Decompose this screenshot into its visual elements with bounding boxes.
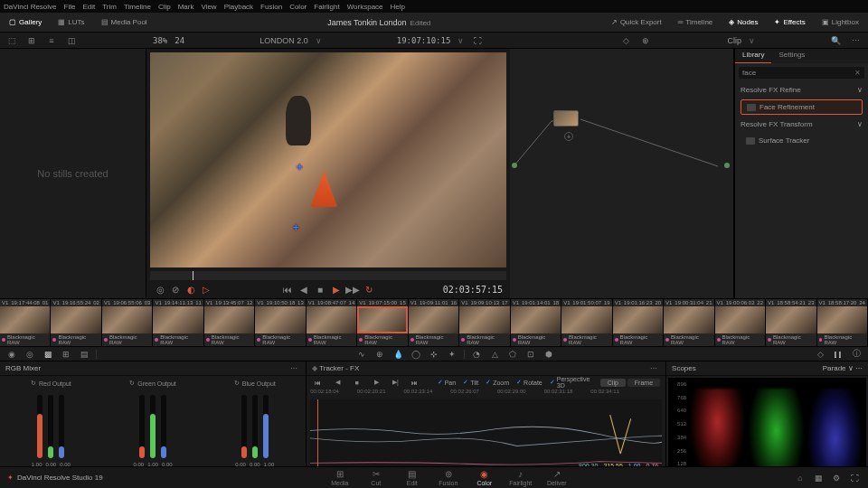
keyframe-icon[interactable]: ◇ [814, 348, 826, 361]
split-icon[interactable]: ▷ [200, 283, 212, 296]
clip-thumbnail[interactable]: V119:09:10:1317Blackmagic RAW [459, 299, 510, 346]
search-icon[interactable]: 🔍 [830, 34, 843, 47]
page-fusion[interactable]: ⊚Fusion [431, 468, 466, 488]
qual-icon[interactable]: 💧 [392, 348, 404, 361]
effects-search-input[interactable]: face✕ [739, 67, 864, 79]
cursor-icon[interactable]: ⬚ [5, 34, 18, 47]
home-icon[interactable]: ⌂ [794, 472, 807, 484]
loop-icon[interactable]: ↻ [363, 283, 375, 296]
mixer-slider[interactable] [161, 395, 166, 458]
menu-fusion[interactable]: Fusion [260, 3, 282, 11]
blur-icon[interactable]: ◔ [470, 348, 483, 361]
transport-timecode[interactable]: 02:03:57:15 [443, 285, 503, 295]
project-icon[interactable]: ▦ [812, 472, 825, 484]
panel-menu-icon[interactable]: ⋯ [288, 362, 300, 375]
clip-thumbnail[interactable]: V118:58:17:2024Blackmagic RAW [817, 299, 868, 346]
mediapool-button[interactable]: ▤Media Pool [96, 16, 153, 28]
clip-thumbnail[interactable]: V119:01:50:0719Blackmagic RAW [561, 299, 612, 346]
tracker-opt-pan[interactable]: ✓ Pan [438, 376, 456, 389]
menu-view[interactable]: View [201, 3, 216, 11]
menu-clip[interactable]: Clip [158, 3, 171, 11]
menu-davinci-resolve[interactable]: DaVinci Resolve [4, 3, 57, 11]
tracker-opt-perspective 3d[interactable]: ✓ Perspective 3D [550, 376, 593, 389]
frame-mode-button[interactable]: Frame [627, 379, 660, 387]
menu-file[interactable]: File [64, 3, 76, 11]
info-icon[interactable]: ⓘ [850, 348, 863, 361]
clip-thumbnail[interactable]: V119:16:55:2402Blackmagic RAW [51, 299, 101, 346]
mixer-slider[interactable] [37, 395, 42, 458]
page-media[interactable]: ⊞Media [323, 468, 357, 488]
effects-button[interactable]: ✦Effects [769, 16, 810, 28]
mixer-slider[interactable] [150, 395, 156, 458]
mixer-slider[interactable] [263, 395, 269, 458]
lightbox-button[interactable]: ▣Lightbox [816, 16, 864, 28]
fullscreen-icon[interactable]: ⛶ [848, 472, 861, 484]
track-icon[interactable]: ⊹ [428, 348, 440, 361]
node-add-icon[interactable]: ⊕ [639, 34, 652, 47]
track-all-icon[interactable]: ⏭ [409, 376, 420, 389]
menu-help[interactable]: Help [391, 3, 405, 11]
tracker-opt-zoom[interactable]: ✓ Zoom [486, 376, 509, 389]
list-icon[interactable]: ≡ [45, 34, 58, 47]
split-icon[interactable]: ◫ [65, 34, 78, 47]
mixer-slider[interactable] [252, 395, 258, 458]
curves-icon[interactable]: ▩ [42, 348, 54, 361]
fx-item[interactable]: Face Refinement [741, 99, 863, 115]
clip-thumbnail[interactable]: V119:07:15:0015Blackmagic RAW [357, 299, 408, 346]
zoom-level[interactable]: 38% [153, 36, 167, 45]
key-icon[interactable]: ⬠ [506, 348, 519, 361]
node-output[interactable] [724, 163, 730, 168]
fx-section-header[interactable]: Resolve FX Transform∨ [735, 117, 868, 132]
size-icon[interactable]: ⊡ [524, 348, 537, 361]
page-deliver[interactable]: ↗Deliver [540, 468, 574, 488]
page-color[interactable]: ◉Color [467, 468, 502, 488]
clip-thumbnail[interactable]: V119:13:45:0712Blackmagic RAW [204, 299, 255, 346]
track-fwd-icon[interactable]: ▶ [370, 376, 382, 389]
next-frame-icon[interactable]: ▶▶ [346, 283, 359, 296]
clip-thumbnail[interactable]: V119:10:50:1813Blackmagic RAW [255, 299, 306, 346]
gallery-button[interactable]: ▢Gallery [4, 16, 47, 28]
clip-thumbnail[interactable]: V119:01:16:2320Blackmagic RAW [613, 299, 664, 346]
clip-thumbnail[interactable]: V119:00:06:0222Blackmagic RAW [715, 299, 766, 346]
menu-icon[interactable]: ⋯ [850, 34, 863, 47]
menu-mark[interactable]: Mark [178, 3, 194, 11]
panel-menu-icon[interactable]: ⋯ [647, 362, 660, 375]
menu-timeline[interactable]: Timeline [124, 3, 151, 11]
clip-thumbnail[interactable]: V119:09:11:0116Blackmagic RAW [409, 299, 459, 346]
clip-thumbnail[interactable]: V118:58:54:2123Blackmagic RAW [766, 299, 816, 346]
menu-workspace[interactable]: Workspace [347, 3, 383, 11]
nodes-button[interactable]: ◈Nodes [723, 16, 763, 28]
tracker-point[interactable]: + [289, 130, 302, 143]
fx-item[interactable]: Surface Tracker [741, 134, 863, 147]
magic-icon[interactable]: ✦ [446, 348, 458, 361]
clip-mode-button[interactable]: Clip [600, 379, 626, 387]
clip-thumbnail[interactable]: V119:01:14:0118Blackmagic RAW [511, 299, 561, 346]
hdr-icon[interactable]: ◎ [24, 348, 36, 361]
luts-button[interactable]: ▦LUTs [52, 16, 90, 28]
menu-color[interactable]: Color [289, 3, 307, 11]
page-edit[interactable]: ▤Edit [395, 468, 429, 488]
timeline-button[interactable]: ═Timeline [673, 16, 719, 28]
wipe-icon[interactable]: ◐ [184, 283, 197, 296]
stop-icon[interactable]: ■ [314, 283, 326, 296]
clip-thumbnail[interactable]: V119:08:47:0714Blackmagic RAW [307, 299, 357, 346]
warp-icon[interactable]: ⊕ [373, 348, 386, 361]
clip-thumbnail[interactable]: V119:17:44:0801Blackmagic RAW [0, 299, 51, 346]
node-input[interactable] [512, 163, 517, 168]
menu-fairlight[interactable]: Fairlight [314, 3, 339, 11]
page-fairlight[interactable]: ♪Fairlight [504, 468, 538, 488]
viewer-timecode[interactable]: 19:07:10:15 [397, 36, 451, 45]
primaries-icon[interactable]: ◉ [5, 348, 18, 361]
scrub-bar[interactable] [150, 271, 506, 280]
tracker-graph[interactable]: -800.30215.551.000.76 [310, 399, 662, 471]
curve-icon[interactable]: ∿ [355, 348, 368, 361]
track-fwd-one-icon[interactable]: ▶| [390, 376, 401, 389]
tracker-opt-tilt[interactable]: ✓ Tilt [463, 376, 478, 389]
track-stop-icon[interactable]: ■ [351, 376, 363, 389]
node-thumbnail[interactable] [553, 110, 579, 127]
tracker-point[interactable]: + [297, 160, 309, 173]
fx-section-header[interactable]: Resolve FX Refine∨ [735, 82, 868, 98]
play-icon[interactable]: ▶ [330, 283, 343, 296]
unmix-icon[interactable]: ⊘ [169, 283, 182, 296]
clip-thumbnail[interactable]: V119:00:31:0421Blackmagic RAW [664, 299, 714, 346]
